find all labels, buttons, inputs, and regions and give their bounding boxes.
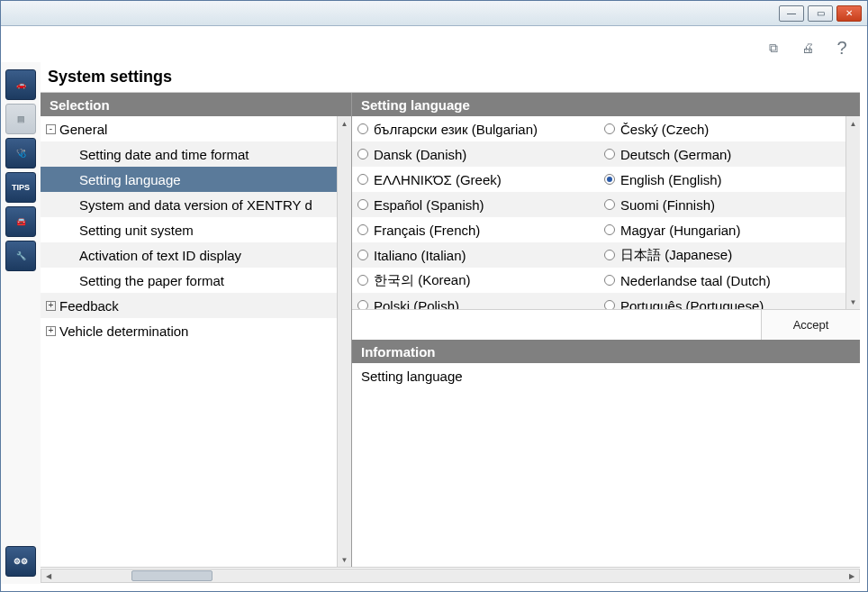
language-row: Español (Spanish)Suomi (Finnish) bbox=[352, 192, 845, 217]
language-option[interactable]: 한국의 (Korean) bbox=[352, 268, 599, 293]
language-label: Español (Spanish) bbox=[374, 197, 484, 213]
language-row: Polski (Polish)Português (Portuguese) bbox=[352, 293, 845, 309]
language-option[interactable]: Italiano (Italian) bbox=[352, 242, 599, 268]
radio-icon[interactable] bbox=[604, 149, 615, 159]
language-label: 日本語 (Japanese) bbox=[620, 247, 732, 264]
selection-tree: -GeneralSetting date and time formatSett… bbox=[41, 116, 337, 567]
radio-icon[interactable] bbox=[357, 250, 368, 260]
language-option[interactable]: Português (Portuguese) bbox=[599, 293, 845, 309]
vehicle-lift-icon[interactable]: 🚘 bbox=[5, 206, 36, 237]
language-option[interactable]: English (English) bbox=[599, 167, 845, 192]
language-option[interactable]: Český (Czech) bbox=[599, 116, 845, 141]
tree-item[interactable]: Setting unit system bbox=[41, 217, 337, 242]
tree-item-label: General bbox=[59, 122, 107, 137]
tree-item[interactable]: +Feedback bbox=[41, 293, 337, 318]
radio-icon[interactable] bbox=[357, 300, 368, 309]
tree-item-label: Setting unit system bbox=[79, 223, 194, 238]
tree-item[interactable]: Activation of text ID display bbox=[41, 242, 337, 268]
tree-item[interactable]: System and data version of XENTRY d bbox=[41, 192, 337, 217]
maximize-button[interactable]: ▭ bbox=[808, 5, 833, 22]
content-area: System settings Selection -GeneralSettin… bbox=[41, 62, 860, 584]
tree-item[interactable]: Setting date and time format bbox=[41, 141, 337, 167]
tips-icon[interactable]: TIPS bbox=[5, 172, 36, 203]
selection-panel: Selection -GeneralSetting date and time … bbox=[41, 93, 352, 567]
diagnosis-icon[interactable]: 🩺 bbox=[5, 138, 36, 168]
tree-item[interactable]: +Vehicle determination bbox=[41, 318, 337, 343]
scroll-down-icon[interactable]: ▼ bbox=[339, 553, 351, 566]
scroll-right-icon[interactable]: ▶ bbox=[845, 569, 859, 582]
tree-item-label: Feedback bbox=[59, 298, 119, 314]
radio-icon[interactable] bbox=[604, 300, 615, 309]
radio-icon[interactable] bbox=[357, 174, 368, 185]
radio-icon[interactable] bbox=[357, 275, 368, 286]
tree-item[interactable]: Setting language bbox=[41, 167, 337, 192]
radio-icon[interactable] bbox=[604, 174, 615, 185]
language-row: български език (Bulgarian)Český (Czech) bbox=[352, 116, 845, 141]
radio-icon[interactable] bbox=[357, 224, 368, 235]
close-button[interactable]: ✕ bbox=[836, 5, 862, 22]
language-option[interactable]: български език (Bulgarian) bbox=[352, 116, 599, 141]
accept-button[interactable]: Accept bbox=[761, 310, 860, 340]
language-row: Dansk (Danish)Deutsch (German) bbox=[352, 141, 845, 167]
language-option[interactable]: Suomi (Finnish) bbox=[599, 192, 845, 217]
tree-item[interactable]: -General bbox=[41, 116, 337, 141]
language-label: English (English) bbox=[620, 172, 722, 187]
radio-icon[interactable] bbox=[604, 123, 615, 134]
collapse-icon[interactable]: - bbox=[46, 124, 56, 134]
copy-icon[interactable]: ⧉ bbox=[764, 39, 782, 57]
page-title: System settings bbox=[41, 62, 860, 93]
selection-header: Selection bbox=[41, 93, 351, 116]
radio-icon[interactable] bbox=[357, 149, 368, 159]
right-panel: Setting language български език (Bulgari… bbox=[352, 93, 860, 567]
radio-icon[interactable] bbox=[357, 123, 368, 134]
language-option[interactable]: Deutsch (German) bbox=[599, 141, 845, 167]
radio-icon[interactable] bbox=[604, 199, 615, 210]
expand-icon[interactable]: + bbox=[46, 326, 56, 336]
language-option[interactable]: Polski (Polish) bbox=[352, 293, 599, 309]
language-row: Français (French)Magyar (Hungarian) bbox=[352, 217, 845, 242]
help-icon[interactable]: ? bbox=[833, 39, 851, 57]
ecu-icon: ▤ bbox=[5, 104, 36, 134]
print-icon[interactable]: 🖨 bbox=[799, 39, 817, 57]
minimize-button[interactable]: — bbox=[779, 5, 804, 22]
language-label: Italiano (Italian) bbox=[374, 248, 466, 263]
tool-icon[interactable]: 🔧 bbox=[5, 241, 36, 271]
language-option[interactable]: Español (Spanish) bbox=[352, 192, 599, 217]
language-scrollbar[interactable]: ▲ ▼ bbox=[845, 116, 860, 309]
language-option[interactable]: Magyar (Hungarian) bbox=[599, 217, 845, 242]
radio-icon[interactable] bbox=[604, 275, 615, 286]
app-window: — ▭ ✕ ⧉ 🖨 ? 🚗▤🩺TIPS🚘🔧 ⚙⚙ System settings bbox=[0, 0, 868, 592]
expand-icon[interactable]: + bbox=[46, 301, 56, 311]
language-option[interactable]: ΕΛΛΗΝΙΚΌΣ (Greek) bbox=[352, 167, 599, 192]
language-row: ΕΛΛΗΝΙΚΌΣ (Greek)English (English) bbox=[352, 167, 845, 192]
tree-item[interactable]: Setting the paper format bbox=[41, 268, 337, 293]
settings-icon[interactable]: ⚙⚙ bbox=[5, 546, 36, 577]
scroll-thumb[interactable] bbox=[131, 570, 212, 581]
scroll-up-icon[interactable]: ▲ bbox=[339, 117, 351, 130]
radio-icon[interactable] bbox=[357, 199, 368, 210]
tree-item-label: Setting the paper format bbox=[79, 273, 224, 288]
language-option[interactable]: Nederlandse taal (Dutch) bbox=[599, 268, 845, 293]
language-label: 한국의 (Korean) bbox=[374, 272, 471, 289]
horizontal-scrollbar[interactable]: ◀ ▶ bbox=[41, 569, 860, 583]
scroll-down-icon[interactable]: ▼ bbox=[847, 296, 860, 308]
panels: Selection -GeneralSetting date and time … bbox=[41, 93, 860, 568]
tree-item-label: Setting language bbox=[79, 172, 181, 187]
language-label: Português (Portuguese) bbox=[620, 298, 764, 310]
vehicle-icon[interactable]: 🚗 bbox=[5, 69, 36, 100]
language-label: Nederlandse taal (Dutch) bbox=[620, 273, 771, 288]
language-option[interactable]: 日本語 (Japanese) bbox=[599, 242, 845, 268]
tree-item-label: Vehicle determination bbox=[59, 323, 188, 339]
information-body: Setting language bbox=[352, 363, 860, 567]
scroll-up-icon[interactable]: ▲ bbox=[847, 117, 860, 130]
language-option[interactable]: Français (French) bbox=[352, 217, 599, 242]
language-label: български език (Bulgarian) bbox=[374, 122, 538, 137]
selection-scrollbar[interactable]: ▲ ▼ bbox=[337, 116, 351, 567]
radio-icon[interactable] bbox=[604, 224, 615, 235]
radio-icon[interactable] bbox=[604, 250, 615, 260]
language-label: ΕΛΛΗΝΙΚΌΣ (Greek) bbox=[374, 172, 502, 187]
language-option[interactable]: Dansk (Danish) bbox=[352, 141, 599, 167]
scroll-left-icon[interactable]: ◀ bbox=[41, 569, 56, 582]
language-label: Français (French) bbox=[374, 223, 480, 238]
titlebar: — ▭ ✕ bbox=[1, 1, 867, 26]
